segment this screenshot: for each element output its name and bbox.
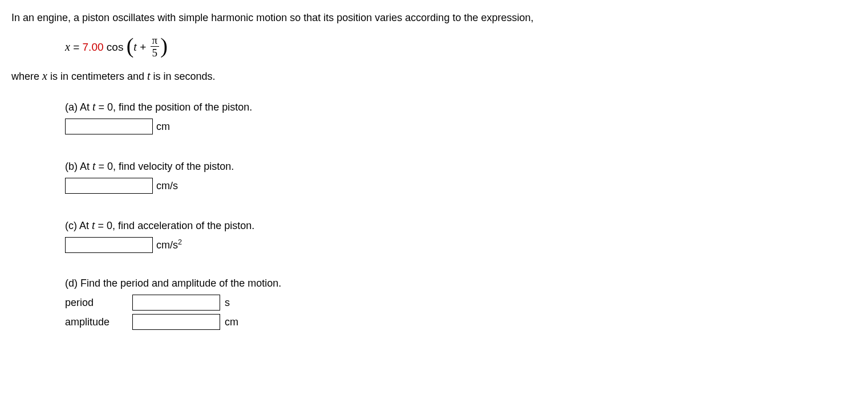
- part-d-amplitude-input[interactable]: [132, 314, 220, 330]
- part-c-eq: = 0, find acceleration of the piston.: [95, 220, 255, 231]
- part-a-prompt: (a) At t = 0, find the position of the p…: [65, 98, 857, 115]
- part-b-answer-row: cm/s: [65, 178, 857, 194]
- part-a-answer-row: cm: [65, 119, 857, 134]
- problem-intro: In an engine, a piston oscillates with s…: [11, 10, 857, 26]
- part-b-unit: cm/s: [156, 178, 178, 194]
- part-c: (c) At t = 0, find acceleration of the p…: [65, 217, 857, 253]
- part-c-label: (c) At: [65, 220, 92, 231]
- equation-left-paren: (: [127, 34, 134, 58]
- where-x: x: [42, 70, 47, 82]
- equation-lhs-var: x: [65, 40, 70, 53]
- part-a-unit: cm: [156, 119, 170, 134]
- equation-frac-num: π: [151, 35, 160, 46]
- where-line: where x is in centimeters and t is in se…: [11, 67, 857, 84]
- equation-equals: =: [70, 41, 83, 53]
- part-d-period-row: period s: [65, 295, 857, 311]
- part-c-unit-pre: cm/s: [156, 239, 178, 251]
- part-a-label: (a) At: [65, 101, 92, 113]
- equation-plus: +: [137, 41, 149, 53]
- equation-frac-den: 5: [151, 46, 160, 58]
- equation-func: cos: [104, 41, 124, 53]
- part-c-input[interactable]: [65, 237, 153, 253]
- part-b-eq: = 0, find velocity of the piston.: [96, 161, 234, 172]
- part-c-unit: cm/s2: [156, 237, 182, 253]
- where-prefix: where: [11, 71, 42, 82]
- part-d-period-label: period: [65, 295, 128, 311]
- part-d-period-unit: s: [225, 295, 230, 311]
- part-d-period-input[interactable]: [132, 295, 220, 311]
- part-c-answer-row: cm/s2: [65, 237, 857, 253]
- part-d: (d) Find the period and amplitude of the…: [65, 276, 857, 330]
- part-a-input[interactable]: [65, 119, 153, 134]
- part-d-amplitude-row: amplitude cm: [65, 314, 857, 330]
- equation: x = 7.00 cos (t + π5): [11, 31, 857, 64]
- where-mid: is in centimeters and: [47, 71, 147, 82]
- part-b: (b) At t = 0, find velocity of the pisto…: [65, 157, 857, 194]
- where-suffix: is in seconds.: [151, 71, 216, 82]
- equation-right-paren: ): [160, 34, 168, 58]
- part-d-amplitude-label: amplitude: [65, 315, 128, 330]
- part-b-prompt: (b) At t = 0, find velocity of the pisto…: [65, 157, 857, 174]
- equation-fraction: π5: [151, 35, 160, 58]
- part-c-prompt: (c) At t = 0, find acceleration of the p…: [65, 217, 857, 234]
- part-c-unit-sup: 2: [178, 238, 182, 246]
- part-b-input[interactable]: [65, 178, 153, 194]
- part-d-amplitude-unit: cm: [225, 315, 238, 330]
- part-d-prompt: (d) Find the period and amplitude of the…: [65, 276, 857, 291]
- parts-container: (a) At t = 0, find the position of the p…: [11, 98, 857, 330]
- equation-coefficient: 7.00: [83, 41, 104, 53]
- part-b-label: (b) At: [65, 161, 92, 172]
- part-a-eq: = 0, find the position of the piston.: [96, 101, 253, 113]
- part-a: (a) At t = 0, find the position of the p…: [65, 98, 857, 134]
